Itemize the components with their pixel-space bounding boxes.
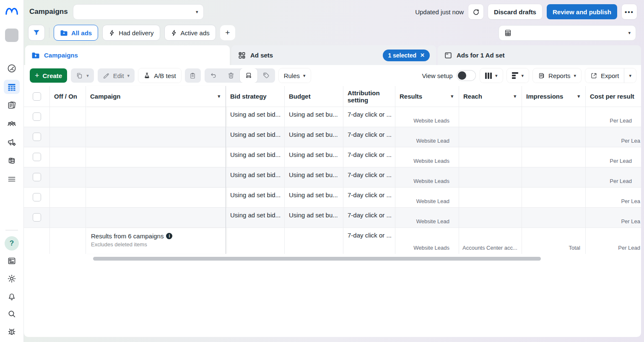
table-row[interactable]: Using ad set bid... Using ad set bu... 7…: [24, 107, 641, 127]
row-checkbox[interactable]: [33, 133, 41, 141]
discard-drafts-button[interactable]: Discard drafts: [488, 4, 542, 19]
cell-off-on[interactable]: [50, 167, 86, 188]
info-icon[interactable]: i: [166, 233, 172, 239]
column-header-results[interactable]: Results ▾: [395, 86, 459, 107]
column-header-cost-per-result[interactable]: Cost per result: [586, 86, 641, 107]
summary-title: Results from 6 campaigns i: [91, 232, 226, 240]
preview-button[interactable]: [240, 68, 257, 83]
cell-off-on[interactable]: [50, 147, 86, 167]
sidebar-item-all-tools[interactable]: [4, 172, 20, 186]
cell-campaign[interactable]: [86, 147, 226, 167]
business-avatar[interactable]: [5, 29, 18, 42]
create-button[interactable]: + Create: [30, 68, 67, 83]
columns-button[interactable]: ▾: [480, 68, 502, 83]
column-header-campaign[interactable]: Campaign ▾: [86, 86, 226, 107]
campaign-scope-select[interactable]: ▾: [73, 4, 204, 20]
cell-bid-strategy: Using ad set bid...: [226, 127, 285, 147]
cell-impressions: [522, 188, 586, 208]
row-checkbox[interactable]: [33, 193, 41, 201]
export-button[interactable]: Export: [585, 68, 624, 83]
sidebar-item-ads-manager[interactable]: [4, 80, 20, 94]
filter-tab-all-ads[interactable]: All ads: [54, 25, 98, 41]
breakdown-button[interactable]: ▾: [507, 68, 529, 83]
review-and-publish-button[interactable]: Review and publish: [547, 4, 617, 19]
app-sidebar: ?: [0, 0, 24, 342]
sidebar-item-report-bug[interactable]: [4, 324, 20, 339]
horizontal-scrollbar[interactable]: [93, 257, 541, 261]
sidebar-item-billing[interactable]: [4, 154, 20, 168]
undo-button[interactable]: [205, 68, 222, 83]
sidebar-item-search[interactable]: [4, 307, 20, 321]
select-all-checkbox[interactable]: [33, 92, 41, 101]
cell-campaign[interactable]: [86, 127, 226, 147]
paste-button[interactable]: [185, 68, 201, 83]
delete-button[interactable]: [222, 68, 240, 83]
column-header-bid-strategy[interactable]: Bid strategy: [226, 86, 285, 107]
table-row[interactable]: Using ad set bid... Using ad set bu... 7…: [24, 147, 641, 167]
help-button[interactable]: ?: [5, 236, 19, 251]
row-checkbox[interactable]: [33, 213, 41, 222]
cell-attribution: 7-day click or ...: [343, 167, 395, 188]
export-options-button[interactable]: ▾: [624, 68, 636, 83]
cell-campaign[interactable]: [86, 107, 226, 127]
sidebar-item-updates[interactable]: [4, 254, 20, 268]
pages-icon: [7, 100, 17, 110]
row-checkbox[interactable]: [33, 173, 41, 181]
edit-button[interactable]: Edit ▾: [98, 68, 135, 83]
tab-campaigns[interactable]: Campaigns: [25, 45, 230, 65]
table-row[interactable]: Using ad set bid... Using ad set bu... 7…: [24, 127, 641, 147]
sidebar-item-settings[interactable]: [4, 272, 20, 286]
columns-icon: [485, 73, 492, 79]
chevron-down-icon: ▾: [514, 94, 516, 99]
column-header-impressions[interactable]: Impressions ▾: [522, 86, 586, 107]
row-checkbox[interactable]: [33, 153, 41, 161]
tab-label: Ads for 1 Ad set: [457, 52, 504, 59]
ab-test-button[interactable]: A/B test: [138, 68, 181, 83]
cell-campaign[interactable]: [86, 167, 226, 188]
column-header-off-on[interactable]: Off / On: [50, 86, 86, 107]
cell-off-on[interactable]: [50, 107, 86, 127]
cell-reach: [459, 167, 522, 188]
filter-bar: All ads Had delivery Active ads + ▾: [24, 23, 641, 42]
cell-reach: [459, 188, 522, 208]
column-header-budget[interactable]: Budget: [285, 86, 343, 107]
edit-label: Edit: [113, 72, 124, 79]
rules-button[interactable]: Rules ▾: [279, 68, 311, 83]
cell-off-on[interactable]: [50, 188, 86, 208]
column-label: Impressions: [526, 93, 563, 100]
filters-button[interactable]: [28, 25, 45, 41]
view-setup-toggle[interactable]: [457, 70, 476, 81]
lightning-icon: [109, 29, 115, 37]
meta-logo-icon[interactable]: [5, 5, 19, 18]
refresh-button[interactable]: [468, 4, 483, 19]
row-checkbox[interactable]: [33, 112, 41, 121]
table-row[interactable]: Using ad set bid... Using ad set bu... 7…: [24, 167, 641, 188]
sidebar-item-pages[interactable]: [4, 98, 20, 112]
ad-account-select[interactable]: ▾: [499, 25, 636, 41]
sidebar-item-notifications[interactable]: [4, 289, 20, 303]
selected-count-badge[interactable]: 1 selected ✕: [383, 50, 430, 61]
cell-results: Website Leads: [395, 107, 459, 127]
cell-campaign[interactable]: [86, 208, 226, 228]
sidebar-item-ads[interactable]: [4, 135, 20, 149]
close-icon[interactable]: ✕: [420, 52, 425, 58]
add-filter-tab-button[interactable]: +: [220, 25, 235, 40]
table-row[interactable]: Using ad set bid... Using ad set bu... 7…: [24, 188, 641, 208]
more-options-button[interactable]: •••: [622, 4, 637, 19]
sidebar-item-overview[interactable]: [4, 61, 20, 76]
column-header-attribution[interactable]: Attribution setting: [343, 86, 395, 107]
lightning-icon: [171, 29, 177, 37]
filter-tab-active-ads[interactable]: Active ads: [164, 25, 216, 41]
cell-campaign[interactable]: [86, 188, 226, 208]
tab-ad-sets[interactable]: Ad sets 1 selected ✕: [231, 45, 436, 65]
sidebar-item-audiences[interactable]: [4, 117, 20, 131]
duplicate-button[interactable]: ▾: [71, 68, 94, 83]
cell-off-on[interactable]: [50, 127, 86, 147]
filter-tab-had-delivery[interactable]: Had delivery: [102, 25, 160, 41]
cell-off-on[interactable]: [50, 208, 86, 228]
tab-ads[interactable]: Ads for 1 Ad set: [438, 45, 641, 65]
reports-button[interactable]: Reports ▾: [533, 68, 581, 83]
tag-button[interactable]: [257, 68, 275, 83]
column-header-reach[interactable]: Reach ▾: [459, 86, 522, 107]
table-row[interactable]: Using ad set bid... Using ad set bu... 7…: [24, 208, 641, 228]
